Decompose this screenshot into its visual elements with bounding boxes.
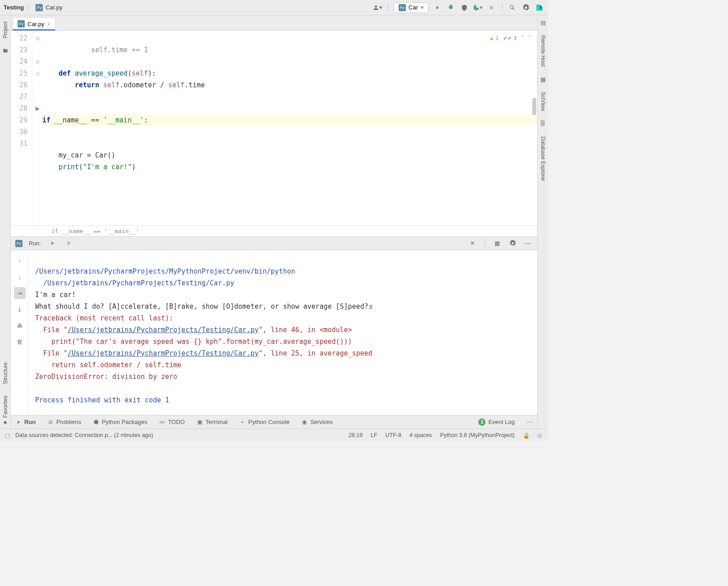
bottom-tab-run[interactable]: Run: [15, 419, 36, 425]
run-body: ↑ ↓ ⇥ ⤓ 🖶 🗑 /Users/jetbrains/PycharmProj…: [11, 250, 537, 415]
file-encoding[interactable]: UTF-8: [386, 432, 401, 438]
console-line: File "/Users/jetbrains/PycharmProjects/T…: [35, 326, 352, 334]
files-icon[interactable]: [2, 47, 9, 54]
console-line: I'm a car!: [35, 291, 76, 299]
close-icon[interactable]: ×: [47, 21, 51, 27]
bottom-tab-terminal[interactable]: ▣Terminal: [197, 419, 228, 425]
inspection-widget[interactable]: ▲1 ✔✔3 ˄ ˅: [489, 35, 531, 41]
python-file-icon: Py: [15, 240, 22, 247]
trash-icon[interactable]: 🗑: [14, 336, 26, 347]
print-icon[interactable]: 🖶: [14, 320, 26, 331]
bottom-tab-packages[interactable]: ⬢Python Packages: [93, 419, 147, 425]
run-config-dropdown[interactable]: Py Car ▾: [394, 2, 429, 13]
chevron-down-icon[interactable]: ˅: [528, 35, 531, 41]
database-tab[interactable]: Database Explorer: [540, 134, 546, 184]
interpreter[interactable]: Python 3.8 (MyPythonProject): [440, 432, 515, 438]
project-tool-tab[interactable]: Project: [2, 19, 9, 41]
soft-wrap-icon[interactable]: ⇥: [14, 287, 26, 299]
remote-host-icon[interactable]: ▤: [539, 19, 547, 26]
search-icon[interactable]: [508, 3, 517, 13]
traceback-link[interactable]: /Users/jetbrains/PycharmProjects/Testing…: [67, 349, 258, 357]
sciview-tab[interactable]: SciView: [540, 89, 546, 113]
indent-setting[interactable]: 4 spaces: [409, 432, 432, 438]
status-message[interactable]: Data sources detected: Connection p... (…: [15, 432, 153, 438]
code-line-highlighted: if __name__ == '__main__':: [42, 114, 537, 126]
profile-icon[interactable]: ▾: [473, 3, 483, 13]
favorites-tool-tab[interactable]: ★ Favorites: [2, 393, 9, 428]
breadcrumb: Testing 〉 Py Car.py: [4, 4, 371, 12]
console-line: Traceback (most recent call last):: [35, 314, 173, 322]
run-config-name: Car: [409, 4, 418, 11]
sciview-icon[interactable]: ▦: [539, 76, 547, 83]
run-tool-window: Py Run: ✕ ▦ — ↑ ↓ ⇥ ⤓ 🖶: [11, 236, 537, 415]
console-line: /Users/jetbrains/PycharmProjects/Testing…: [35, 279, 234, 287]
bottom-tab-eventlog[interactable]: 2Event Log: [478, 419, 515, 426]
checkmark-icon: ✔✔: [503, 35, 512, 41]
gear-icon[interactable]: [508, 239, 517, 248]
svg-rect-1: [67, 242, 70, 244]
minimize-icon[interactable]: —: [523, 239, 533, 248]
memory-icon[interactable]: ⊙: [537, 432, 544, 438]
stop-button[interactable]: [486, 3, 496, 13]
run-button[interactable]: [432, 3, 442, 13]
top-toolbar: Testing 〉 Py Car.py ▾ Py Car ▾ ▾: [0, 0, 548, 15]
right-tool-strip: ▤ Remote Host ▦ SciView 🗄 Database Explo…: [537, 15, 548, 428]
run-gutter: ⊟⊟⊡ ▶: [32, 31, 42, 225]
layout-icon[interactable]: ▦: [492, 239, 502, 248]
database-icon[interactable]: 🗄: [539, 120, 547, 127]
code-line: my_car = Car(): [42, 151, 116, 159]
breadcrumb-file[interactable]: Car.py: [45, 4, 63, 11]
editor-tab-car[interactable]: Py Car.py ×: [13, 17, 55, 31]
toolbar-separator: [388, 3, 388, 12]
line-gutter: 22232425262728293031: [11, 31, 32, 225]
python-file-icon: Py: [36, 4, 43, 11]
svg-rect-0: [490, 6, 493, 9]
down-arrow-icon[interactable]: ↓: [14, 271, 26, 283]
chevron-up-icon[interactable]: ˄: [521, 35, 524, 41]
ok-count: 3: [513, 35, 517, 41]
overflow-icon[interactable]: ⋯: [526, 419, 533, 425]
bottom-tab-todo[interactable]: ≔TODO: [159, 419, 184, 425]
breadcrumb-project[interactable]: Testing: [4, 4, 24, 11]
window-icon[interactable]: ▢: [4, 432, 11, 438]
console-line: /Users/jetbrains/PycharmProjects/MyPytho…: [35, 267, 295, 275]
lock-icon[interactable]: 🔒: [523, 432, 529, 438]
structure-tool-tab[interactable]: Structure: [2, 360, 9, 387]
scroll-to-end-icon[interactable]: ⤓: [14, 303, 26, 315]
close-run-icon[interactable]: ✕: [467, 239, 477, 248]
traceback-link[interactable]: /Users/jetbrains/PycharmProjects/Testing…: [67, 326, 258, 334]
editor[interactable]: 22232425262728293031 ⊟⊟⊡ ▶ self.time += …: [11, 31, 537, 225]
run-line-marker[interactable]: ▶: [32, 103, 42, 114]
bottom-tab-services[interactable]: ◉Services: [301, 419, 333, 425]
code-line: self.time += 1: [42, 46, 148, 54]
console-line: ZeroDivisionError: division by zero: [35, 373, 177, 381]
cursor-position[interactable]: 28:19: [349, 432, 363, 438]
status-bar: ▢ Data sources detected: Connection p...…: [0, 428, 548, 441]
center-column: Py Car.py × 22232425262728293031 ⊟⊟⊡ ▶ s…: [11, 15, 537, 428]
bottom-tab-problems[interactable]: ⊘Problems: [47, 419, 81, 425]
remote-host-tab[interactable]: Remote Host: [540, 32, 546, 69]
scrollbar-thumb[interactable]: [532, 98, 536, 115]
console-output[interactable]: /Users/jetbrains/PycharmProjects/MyPytho…: [29, 250, 537, 415]
jetbrains-logo-icon[interactable]: [535, 3, 544, 13]
console-line: print("The car's average speed was {} kp…: [35, 338, 352, 346]
run-title: Run:: [29, 240, 41, 247]
code-area[interactable]: self.time += 1 def average_speed(self): …: [42, 31, 537, 225]
python-file-icon: Py: [399, 4, 406, 11]
bottom-tab-pyconsole[interactable]: ⌁Python Console: [239, 419, 290, 425]
code-line: return self.odometer / self.time: [42, 81, 205, 89]
chevron-down-icon: ▾: [421, 4, 424, 11]
up-arrow-icon[interactable]: ↑: [14, 255, 26, 266]
breadcrumb-context[interactable]: if __name__ == '__main__': [11, 225, 537, 236]
console-line: return self.odometer / self.time: [35, 361, 181, 369]
toolbar-separator: [502, 3, 502, 12]
toolbar-separator: [485, 239, 485, 248]
gear-icon[interactable]: [521, 3, 531, 13]
stop-run-button[interactable]: [63, 239, 73, 248]
rerun-button[interactable]: [47, 239, 57, 248]
line-separator[interactable]: LF: [371, 432, 377, 438]
coverage-icon[interactable]: [459, 3, 469, 13]
debug-button[interactable]: [446, 3, 456, 13]
run-side-toolbar: ↑ ↓ ⇥ ⤓ 🖶 🗑: [11, 250, 29, 415]
add-user-icon[interactable]: ▾: [373, 3, 382, 13]
